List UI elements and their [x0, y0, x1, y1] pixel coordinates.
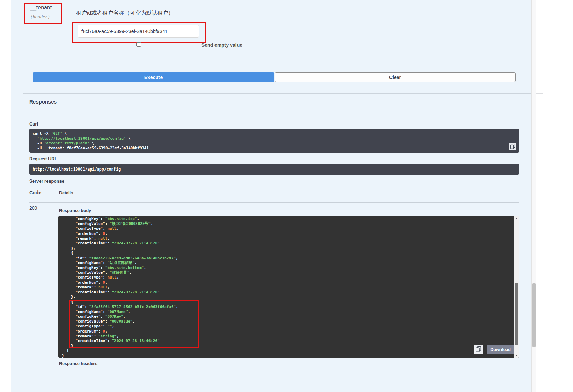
- clear-button[interactable]: Clear: [275, 72, 516, 82]
- code-line: "id": "3fa85f64-5717-4562-b3fc-2c963f66a…: [62, 305, 516, 309]
- table-header-divider: [29, 202, 519, 203]
- execute-button[interactable]: Execute: [33, 72, 274, 82]
- copy-response-button[interactable]: [474, 345, 483, 354]
- response-body-scrollbar[interactable]: ▲ ▼: [514, 216, 519, 358]
- code-line: "configName": "站点底部信息",: [62, 261, 516, 265]
- code-line: "configName": "007Name",: [62, 309, 516, 314]
- code-line: -H 'accept: text/plain' \: [33, 141, 516, 146]
- code-line: {: [62, 251, 516, 255]
- server-response-label: Server response: [29, 178, 64, 184]
- code-line: },: [62, 246, 516, 251]
- code-line: "orderNum": 0,: [62, 280, 516, 285]
- operation-body: __tenant (header) 租户id或者租户名称（可空为默认租户） Se…: [11, 0, 531, 392]
- code-line: 'http://localhost:19001/api/app/config' …: [33, 136, 516, 141]
- curl-label: Curl: [29, 121, 38, 127]
- responses-title: Responses: [29, 99, 57, 105]
- scroll-down-icon[interactable]: ▼: [514, 353, 519, 358]
- parameter-location: (header): [30, 15, 50, 20]
- divider: [23, 111, 543, 111]
- code-line: }: [62, 344, 516, 348]
- code-line: "id": "fddae229-a2e9-ddb3-648a-3a140bc1b…: [62, 256, 516, 261]
- code-line: "orderNum": 0,: [62, 231, 516, 236]
- code-line: "creationTime": "2024-07-28 13:46:26": [62, 339, 516, 344]
- code-line: "configType": "",: [62, 324, 516, 329]
- parameter-description: 租户id或者租户名称（可空为默认租户）: [76, 10, 174, 17]
- code-line: "remark": "string",: [62, 334, 516, 339]
- request-url-block: http://localhost:19001/api/app/config: [29, 164, 519, 175]
- code-line: },: [62, 295, 516, 300]
- code-line: "configType": null,: [62, 275, 516, 280]
- download-response-button[interactable]: Download: [487, 345, 514, 354]
- send-empty-value-checkbox[interactable]: [136, 42, 141, 47]
- code-line: {: [62, 300, 516, 304]
- response-body-block: "configKey": "bbs.site.icp", "configValu…: [58, 216, 519, 358]
- code-line: -H __tenant: f8cf76aa-ac59-6399-23ef-3a1…: [33, 146, 516, 151]
- clipboard-icon: [476, 346, 481, 353]
- request-url-label: Request URL: [29, 156, 57, 161]
- details-column-header: Details: [59, 190, 73, 195]
- code-column-header: Code: [29, 190, 41, 195]
- scroll-up-icon[interactable]: ▲: [514, 216, 519, 221]
- code-line: }: [62, 353, 516, 358]
- curl-command-block: curl -X 'GET' \ 'http://localhost:19001/…: [29, 129, 519, 153]
- code-line: "configKey": "bbs.site.bottom",: [62, 265, 516, 270]
- page: __tenant (header) 租户id或者租户名称（可空为默认租户） Se…: [0, 0, 573, 392]
- annotation-rect-tenant-param: __tenant (header): [24, 3, 62, 24]
- response-body-scroll-thumb[interactable]: [515, 283, 518, 345]
- code-line: "configValue": "赣ICP备20008025号",: [62, 221, 516, 226]
- code-line: "configValue": "007Value",: [62, 319, 516, 324]
- code-line: "creationTime": "2024-07-28 21:43:20": [62, 241, 516, 246]
- code-line: curl -X 'GET' \: [33, 131, 516, 136]
- clipboard-icon: [510, 144, 515, 150]
- page-scrollbar-thumb[interactable]: [532, 283, 536, 347]
- code-line: "configKey": "007Key",: [62, 314, 516, 319]
- parameter-name: __tenant: [30, 4, 52, 11]
- tenant-value-input[interactable]: [78, 25, 199, 38]
- response-body-label: Response body: [59, 208, 91, 213]
- code-line: "configType": null,: [62, 226, 516, 231]
- code-line: "configValue": "你好世界",: [62, 270, 516, 275]
- code-line: "remark": null,: [62, 285, 516, 290]
- copy-curl-button[interactable]: [509, 143, 516, 150]
- response-body-code: "configKey": "bbs.site.icp", "configValu…: [62, 217, 516, 358]
- code-line: ]: [62, 348, 516, 353]
- code-line: "orderNum": 0,: [62, 329, 516, 334]
- curl-command-code: curl -X 'GET' \ 'http://localhost:19001/…: [33, 131, 516, 151]
- code-line: "remark": null,: [62, 236, 516, 241]
- status-code: 200: [29, 205, 37, 211]
- send-empty-value-label: Send empty value: [201, 42, 242, 48]
- request-url-value: http://localhost:19001/api/app/config: [33, 167, 121, 172]
- code-line: "creationTime": "2024-07-28 21:43:20": [62, 290, 516, 295]
- code-line: "configKey": "bbs.site.icp",: [62, 217, 516, 221]
- response-headers-label: Response headers: [59, 361, 97, 366]
- divider: [23, 93, 543, 94]
